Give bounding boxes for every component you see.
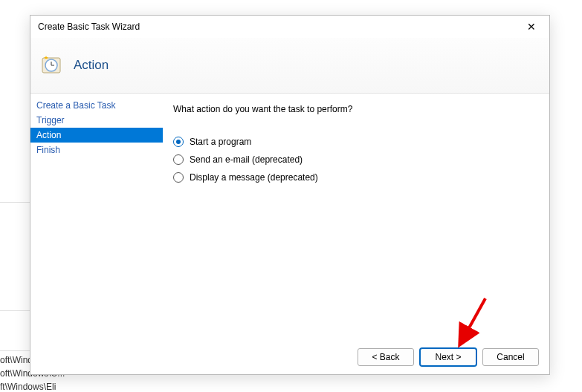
radio-icon — [173, 172, 184, 183]
bg-divider — [0, 310, 30, 311]
sidebar-item-finish[interactable]: Finish — [30, 143, 163, 157]
bg-divider — [0, 202, 30, 203]
bg-divider — [0, 350, 30, 351]
cancel-button[interactable]: Cancel — [482, 348, 539, 366]
bg-path-fragment: oft\Wind — [0, 355, 33, 365]
close-button[interactable]: ✕ — [517, 17, 546, 36]
sidebar-item-create-basic-task[interactable]: Create a Basic Task — [30, 98, 163, 113]
prompt-text: What action do you want the task to perf… — [173, 104, 536, 114]
radio-label: Start a program — [190, 137, 251, 147]
sidebar-item-action[interactable]: Action — [30, 128, 163, 143]
wizard-sidebar: Create a Basic Task Trigger Action Finis… — [30, 94, 163, 340]
back-button[interactable]: < Back — [358, 348, 414, 366]
radio-label: Send an e-mail (deprecated) — [190, 154, 303, 165]
page-title: Action — [74, 58, 109, 73]
task-wizard-icon — [39, 53, 63, 77]
radio-label: Display a message (deprecated) — [190, 172, 318, 183]
option-send-email[interactable]: Send an e-mail (deprecated) — [173, 154, 536, 165]
wizard-header: Action — [30, 38, 549, 94]
next-button[interactable]: Next > — [420, 348, 476, 366]
radio-icon — [173, 154, 184, 165]
radio-icon — [173, 137, 184, 147]
close-icon: ✕ — [527, 21, 536, 33]
option-start-program[interactable]: Start a program — [173, 137, 536, 147]
option-display-message[interactable]: Display a message (deprecated) — [173, 172, 536, 183]
dialog-title: Create Basic Task Wizard — [38, 22, 140, 32]
wizard-content: What action do you want the task to perf… — [163, 94, 549, 340]
titlebar: Create Basic Task Wizard ✕ — [30, 16, 549, 38]
wizard-body: Create a Basic Task Trigger Action Finis… — [30, 94, 549, 340]
bg-path-fragment: ft\Windows\Eli — [0, 382, 56, 392]
wizard-dialog: Create Basic Task Wizard ✕ Action Create… — [30, 15, 550, 375]
sidebar-item-trigger[interactable]: Trigger — [30, 113, 163, 128]
wizard-footer: < Back Next > Cancel — [30, 340, 549, 374]
